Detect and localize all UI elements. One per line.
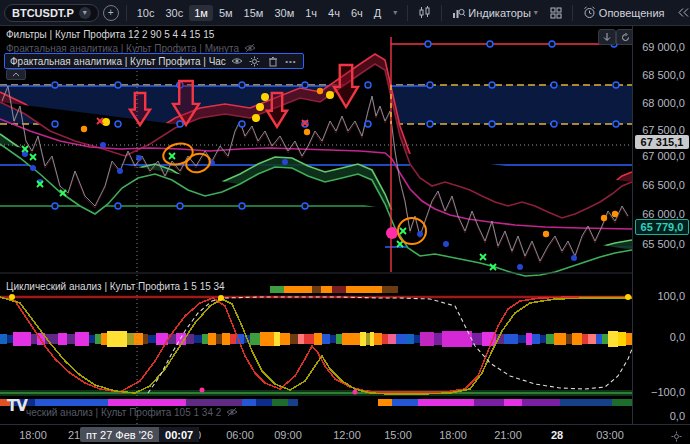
legend-fractal-hour-label: Фрактальная аналитика | Культ Профита | … [10,56,226,67]
legend-cycle-label: Циклический анализ | Культ Профита 1 5 1… [6,281,225,292]
chevron-up-icon [12,72,20,77]
delete-trash-icon[interactable] [266,55,280,67]
alerts-button[interactable]: Оповещения [578,4,670,21]
time-tick: 09:00 [274,429,302,441]
time-tick: 28 [551,429,563,441]
chart-type-button[interactable] [413,4,436,21]
price-tick: 69 000,0 [642,41,685,53]
eye-icon[interactable] [230,55,244,67]
time-tick: 15:00 [384,429,412,441]
time-tick: 18:00 [19,429,47,441]
price-axis[interactable]: 69 000,068 500,068 000,067 500,067 000,0… [632,26,690,424]
compare-add-button[interactable]: + [103,5,119,21]
toolbar-separator [572,5,573,21]
time-tick: 21 [68,429,80,441]
indicators-button[interactable]: Индикаторы ▾ [447,5,543,21]
timeframe-button-30м[interactable]: 30м [269,5,299,21]
legend-cycle[interactable]: Циклический анализ | Культ Профита 1 5 1… [6,281,225,292]
price-tick: 0,0 [670,331,685,343]
price-tick: −100,0 [651,386,685,398]
timeframe-button-5м[interactable]: 5м [214,5,238,21]
crosshair-date: пт 27 Фев '26 [80,429,159,441]
price-tick: 67 000,0 [642,150,685,162]
symbol-label: BTCUSDT.P [12,7,74,19]
legend-cycle-hidden[interactable]: ческий анализ | Культ Профита 105 1 34 2 [26,406,239,418]
crosshair-time: 00:07 [159,427,199,442]
indicator-price-badge: 65 779,0 [635,219,689,235]
tradingview-logo[interactable]: TV [7,397,27,415]
templates-button[interactable] [545,5,567,21]
legend-fractal-minute-label: Фрактальная аналитика | Культ Профита | … [6,43,239,54]
alarm-clock-icon [583,6,596,19]
timeframe-button-1м[interactable]: 1м [189,5,213,21]
time-tick: 21:00 [494,429,522,441]
last-price-badge: 67 315,1 [635,135,689,149]
settings-gear-icon[interactable] [248,55,262,67]
timescale-settings-icon[interactable] [671,428,682,444]
legend-collapse-button[interactable] [6,69,26,80]
alerts-label: Оповещения [599,7,665,19]
time-tick: 06:00 [226,429,254,441]
layout-grid-icon [550,7,562,19]
candlestick-icon [418,6,431,19]
indicators-icon [452,7,465,19]
top-toolbar: BTCUSDT.P ▾ + 10с30с1м5м15м30м1ч4ч6чД ▾ … [0,0,690,26]
timeframe-button-30с[interactable]: 30с [160,5,188,21]
legend-cycle-hidden-label: ческий анализ | Культ Профита 105 1 34 2 [26,407,221,418]
price-tick: 0,0 [670,410,685,422]
trading-app-window: BTCUSDT.P ▾ + 10с30с1м5м15м30м1ч4ч6чД ▾ … [0,0,690,444]
price-tick: 68 500,0 [642,69,685,81]
timeframe-row: 10с30с1м5м15м30м1ч4ч6чД [132,5,387,21]
timeframe-button-10с[interactable]: 10с [132,5,160,21]
bar-replay-icon [677,7,690,18]
price-tick: 66 500,0 [642,179,685,191]
price-tick: 65 500,0 [642,238,685,250]
time-tick: 18:00 [439,429,467,441]
more-options-icon[interactable]: ••• [284,55,298,67]
time-tick: 12:00 [333,429,361,441]
toolbar-separator [126,5,127,21]
timeframe-button-Д[interactable]: Д [369,5,386,21]
crosshair-time-badge: пт 27 Фев '26 00:07 [80,427,199,442]
replay-button[interactable]: Симулятор рынка [672,5,690,21]
legend-fractal-hour[interactable]: Фрактальная аналитика | Культ Профита | … [4,53,304,69]
timeframe-button-4ч[interactable]: 4ч [323,5,345,21]
eye-off-icon[interactable] [225,406,239,418]
toolbar-separator [441,5,442,21]
timeframe-button-6ч[interactable]: 6ч [346,5,368,21]
timeframe-dropdown-button[interactable]: ▾ [388,6,402,19]
indicators-label: Индикаторы [468,7,531,19]
time-axis[interactable]: пт 27 Фев '26 00:07 18:0021006:0009:0012… [0,424,690,444]
scroll-to-recent-button[interactable] [598,29,616,45]
arrow-down-icon [603,33,611,42]
symbol-switch-icon[interactable]: ▾ [79,7,91,19]
price-tick: 68 000,0 [642,97,685,109]
time-tick: 03:00 [596,429,624,441]
symbol-button[interactable]: BTCUSDT.P ▾ [4,4,99,22]
refresh-icon [621,33,630,42]
legend-filters[interactable]: Фильтры | Культ Профита 12 2 90 5 4 4 15… [6,29,214,40]
price-tick: 100,0 [657,290,685,302]
main-chart[interactable] [0,26,632,424]
toolbar-separator [407,5,408,21]
timeframe-button-1ч[interactable]: 1ч [300,5,322,21]
legend-filters-label: Фильтры | Культ Профита 12 2 90 5 4 4 15… [6,29,214,40]
timeframe-button-15м[interactable]: 15м [239,5,269,21]
